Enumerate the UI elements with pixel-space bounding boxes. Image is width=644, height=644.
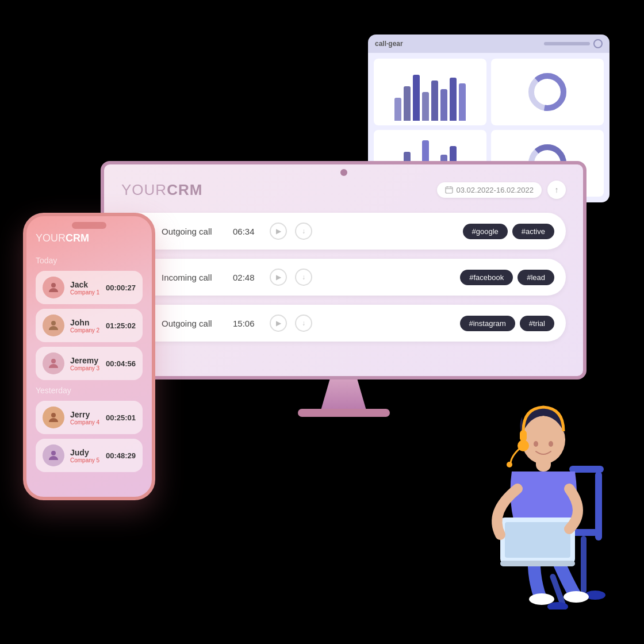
contact-time-jack: 00:00:27 xyxy=(106,283,136,292)
call-duration-1: 06:34 xyxy=(233,227,262,236)
call-tags-1: #google #active xyxy=(463,224,554,239)
contact-info-jerry: Jerry Company 4 xyxy=(70,410,100,425)
contact-time-judy: 00:48:29 xyxy=(106,451,136,460)
svg-point-31 xyxy=(507,462,512,467)
phone: YOURCRM Today Jack Company 1 00:00:27 xyxy=(23,213,155,500)
monitor-base xyxy=(298,409,390,417)
monitor-notch xyxy=(340,169,347,176)
phone-notch xyxy=(72,222,106,229)
call-type-1: Outgoing call xyxy=(162,227,225,236)
date-badge: 03.02.2022-16.02.2022 xyxy=(437,182,542,198)
avatar-jeremy xyxy=(43,352,64,374)
call-duration-2: 02:48 xyxy=(233,273,262,282)
upload-button[interactable]: ↑ xyxy=(547,181,566,199)
phone-logo-your: YOUR xyxy=(36,232,66,244)
avatar-jack xyxy=(43,277,64,298)
svg-rect-24 xyxy=(505,522,570,558)
contact-company-jack: Company 1 xyxy=(70,289,100,296)
avatar-judy xyxy=(43,444,64,466)
svg-point-12 xyxy=(51,451,56,455)
crm-logo-bold: CRM xyxy=(167,181,202,198)
contact-company-john: Company 2 xyxy=(70,327,100,334)
download-button-1[interactable]: ↓ xyxy=(295,223,312,240)
svg-point-8 xyxy=(51,283,56,288)
svg-rect-18 xyxy=(595,471,602,540)
svg-rect-4 xyxy=(446,187,453,193)
tag-google: #google xyxy=(463,224,508,239)
section-yesterday-label: Yesterday xyxy=(36,386,143,395)
contact-info-jack: Jack Company 1 xyxy=(70,280,100,296)
contact-card-jeremy[interactable]: Jeremy Company 3 00:04:56 xyxy=(36,347,143,380)
svg-point-10 xyxy=(51,359,56,363)
tag-trial: #trial xyxy=(520,316,554,331)
call-duration-3: 15:06 xyxy=(233,319,262,328)
svg-rect-23 xyxy=(500,561,575,566)
svg-point-11 xyxy=(51,413,56,417)
contact-name-john: John xyxy=(70,318,100,327)
call-tags-3: #instagram #trial xyxy=(460,316,555,331)
section-today-label: Today xyxy=(36,256,143,265)
avatar-jerry xyxy=(43,407,64,428)
call-row-1: Outgoing call 06:34 ▶ ↓ #google #active xyxy=(121,213,566,250)
svg-point-30 xyxy=(549,441,553,447)
person-illustration xyxy=(443,334,615,610)
download-button-3[interactable]: ↓ xyxy=(295,315,312,332)
scene: call·gear xyxy=(0,0,644,644)
call-tags-2: #facebook #lead xyxy=(460,270,554,285)
phone-crm-logo: YOURCRM xyxy=(36,232,143,244)
phone-body: YOURCRM Today Jack Company 1 00:00:27 xyxy=(23,213,155,500)
svg-point-20 xyxy=(529,593,554,605)
contact-time-john: 01:25:02 xyxy=(106,321,136,330)
contact-info-jeremy: Jeremy Company 3 xyxy=(70,356,100,371)
call-type-2: Incoming call xyxy=(162,273,225,282)
avatar-john xyxy=(43,315,64,336)
call-type-3: Outgoing call xyxy=(162,319,225,328)
contact-card-john[interactable]: John Company 2 01:25:02 xyxy=(36,309,143,342)
analytics-header: call·gear xyxy=(368,34,610,53)
call-row-2: Incoming call 02:48 ▶ ↓ #facebook #lead xyxy=(121,259,566,296)
contact-card-judy[interactable]: Judy Company 5 00:48:29 xyxy=(36,439,143,472)
analytics-logo: call·gear xyxy=(375,40,403,48)
contact-name-jeremy: Jeremy xyxy=(70,356,100,365)
contact-time-jeremy: 00:04:56 xyxy=(106,359,136,368)
crm-logo-monitor: YOURCRM xyxy=(121,181,202,199)
svg-point-21 xyxy=(564,591,589,603)
contact-name-judy: Judy xyxy=(70,448,100,457)
tag-lead: #lead xyxy=(518,270,554,285)
contact-name-jerry: Jerry xyxy=(70,410,100,419)
svg-point-9 xyxy=(51,321,56,325)
download-button-2[interactable]: ↓ xyxy=(295,269,312,286)
contact-card-jerry[interactable]: Jerry Company 4 00:25:01 xyxy=(36,401,143,434)
svg-point-29 xyxy=(534,441,538,447)
tag-active: #active xyxy=(512,224,554,239)
contact-company-jerry: Company 4 xyxy=(70,419,100,425)
contact-company-jeremy: Company 3 xyxy=(70,365,100,371)
tag-facebook: #facebook xyxy=(460,270,513,285)
donut-chart-panel-1 xyxy=(491,59,604,125)
play-button-2[interactable]: ▶ xyxy=(270,269,287,286)
play-button-1[interactable]: ▶ xyxy=(270,223,287,240)
contact-card-jack[interactable]: Jack Company 1 00:00:27 xyxy=(36,271,143,304)
contact-info-judy: Judy Company 5 xyxy=(70,448,100,463)
contact-company-judy: Company 5 xyxy=(70,457,100,463)
tag-instagram: #instagram xyxy=(460,316,515,331)
bar-chart-panel-1 xyxy=(374,59,486,125)
monitor-stand xyxy=(321,379,367,411)
phone-screen: YOURCRM Today Jack Company 1 00:00:27 xyxy=(26,216,152,497)
contact-time-jerry: 00:25:01 xyxy=(106,413,136,422)
crm-header-row: YOURCRM 03.02.2022-16.02.2022 ↑ xyxy=(121,181,566,199)
contact-name-jack: Jack xyxy=(70,280,100,289)
phone-logo-bold: CRM xyxy=(66,232,89,244)
contact-info-john: John Company 2 xyxy=(70,318,100,334)
play-button-3[interactable]: ▶ xyxy=(270,315,287,332)
svg-rect-14 xyxy=(581,536,586,593)
date-range: 03.02.2022-16.02.2022 xyxy=(457,186,534,194)
crm-logo-your: YOUR xyxy=(121,181,167,198)
analytics-logo-text: call·gear xyxy=(375,40,403,48)
